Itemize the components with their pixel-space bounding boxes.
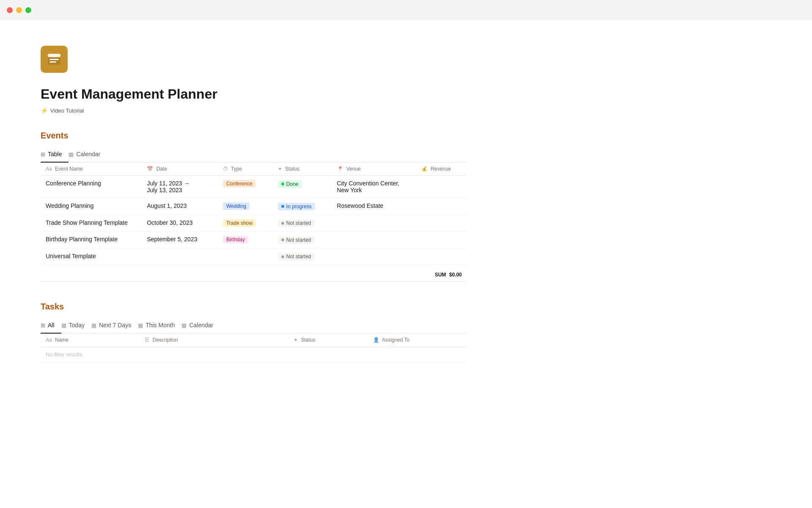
events-section-title: Events xyxy=(41,131,467,141)
minimize-button[interactable] xyxy=(16,7,22,13)
tab-events-calendar[interactable]: ▦ Calendar xyxy=(69,147,107,163)
event-status-cell: Done xyxy=(273,176,332,198)
event-status-cell: Not started xyxy=(273,232,332,248)
event-date-cell xyxy=(142,248,218,265)
tab-tasks-calendar-label: Calendar xyxy=(189,322,213,329)
close-button[interactable] xyxy=(7,7,13,13)
date-icon: 📅 xyxy=(147,166,153,172)
sum-label: SUM xyxy=(435,272,446,278)
event-revenue-cell xyxy=(416,198,467,215)
event-status-cell: Not started xyxy=(273,215,332,232)
calendar-icon: ▦ xyxy=(69,151,74,157)
event-venue-cell: City Convention Center, New York xyxy=(332,176,416,198)
table-row[interactable]: Universal TemplateNot started xyxy=(41,248,467,265)
tasks-table-header: Aa Name ☰ Description ✦ Status 👤 Assigne… xyxy=(41,334,467,347)
tab-events-table[interactable]: ⊞ Table xyxy=(41,147,69,163)
event-venue-cell: Rosewood Estate xyxy=(332,198,416,215)
tab-tasks-all[interactable]: ⊞ All xyxy=(41,318,61,334)
table-row[interactable]: Wedding PlanningAugust 1, 2023WeddingIn … xyxy=(41,198,467,215)
status-dot-icon xyxy=(281,182,284,185)
event-revenue-cell xyxy=(416,215,467,232)
status-dot-icon xyxy=(281,222,284,225)
all-table-icon: ⊞ xyxy=(41,322,45,329)
event-type-cell: Wedding xyxy=(218,198,273,215)
table-row[interactable]: Birthday Planning TemplateSeptember 5, 2… xyxy=(41,232,467,248)
tasks-calendar-icon: ▦ xyxy=(181,322,187,329)
col-header-task-assigned: 👤 Assigned To xyxy=(368,334,467,347)
tab-events-calendar-label: Calendar xyxy=(76,151,100,157)
table-row[interactable]: Trade Show Planning TemplateOctober 30, … xyxy=(41,215,467,232)
event-name-cell: Birthday Planning Template xyxy=(41,232,142,248)
tab-tasks-calendar[interactable]: ▦ Calendar xyxy=(181,318,220,334)
type-badge: Birthday xyxy=(223,236,248,243)
maximize-button[interactable] xyxy=(25,7,31,13)
event-type-cell: Trade show xyxy=(218,215,273,232)
tab-tasks-next7days[interactable]: ▦ Next 7 Days xyxy=(91,318,138,334)
tasks-section: Tasks ⊞ All ▦ Today ▦ Next 7 Days ▦ This… xyxy=(41,302,467,362)
svg-rect-1 xyxy=(48,54,60,57)
event-date-cell: August 1, 2023 xyxy=(142,198,218,215)
status-dot-icon xyxy=(281,205,284,208)
type-badge: Trade show xyxy=(223,219,256,227)
status-badge: Not started xyxy=(278,219,315,227)
thismonth-icon: ▦ xyxy=(138,322,143,329)
event-status-cell: Not started xyxy=(273,248,332,265)
event-name-cell: Universal Template xyxy=(41,248,142,265)
bolt-icon: ⚡ xyxy=(41,107,48,114)
revenue-icon: 💰 xyxy=(421,166,428,172)
event-date-cell: September 5, 2023 xyxy=(142,232,218,248)
tasks-table: Aa Name ☰ Description ✦ Status 👤 Assigne… xyxy=(41,334,467,362)
table-row: No filter results xyxy=(41,347,467,362)
tab-tasks-next7days-label: Next 7 Days xyxy=(99,322,131,329)
event-name-cell: Wedding Planning xyxy=(41,198,142,215)
status-dot-icon xyxy=(281,255,284,258)
sum-value: $0.00 xyxy=(449,272,462,278)
titlebar xyxy=(0,0,812,20)
events-section: Events ⊞ Table ▦ Calendar Aa Event Name xyxy=(41,131,467,282)
status-dot-icon xyxy=(281,238,284,241)
video-tutorial-link[interactable]: ⚡ Video Tutorial xyxy=(41,107,467,114)
col-header-type: ⏱ Type xyxy=(218,163,273,176)
event-venue-cell xyxy=(332,232,416,248)
status-badge: In progress xyxy=(278,203,315,210)
today-icon: ▦ xyxy=(61,322,66,329)
svg-rect-3 xyxy=(49,61,56,63)
type-badge: Conference xyxy=(223,180,256,188)
type-badge: Wedding xyxy=(223,202,250,210)
task-aa-icon: Aa xyxy=(46,337,52,343)
events-table: Aa Event Name 📅 Date ⏱ Type ✦ Status xyxy=(41,163,467,265)
table-row[interactable]: Conference PlanningJuly 11, 2023 →July 1… xyxy=(41,176,467,198)
col-header-task-name: Aa Name xyxy=(41,334,140,347)
events-table-header: Aa Event Name 📅 Date ⏱ Type ✦ Status xyxy=(41,163,467,176)
tab-events-table-label: Table xyxy=(48,151,62,157)
event-name-cell: Conference Planning xyxy=(41,176,142,198)
event-revenue-cell xyxy=(416,248,467,265)
tab-tasks-thismonth-label: This Month xyxy=(145,322,175,329)
event-revenue-cell xyxy=(416,176,467,198)
status-badge: Done xyxy=(278,180,302,188)
revenue-sum-row: SUM $0.00 xyxy=(41,268,467,282)
desc-icon: ☰ xyxy=(145,337,149,343)
event-venue-cell xyxy=(332,248,416,265)
event-date-cell: July 11, 2023 →July 13, 2023 xyxy=(142,176,218,198)
event-type-cell: Birthday xyxy=(218,232,273,248)
tab-tasks-thismonth[interactable]: ▦ This Month xyxy=(138,318,181,334)
status-icon: ✦ xyxy=(278,166,282,172)
tasks-section-title: Tasks xyxy=(41,302,467,312)
col-header-venue: 📍 Venue xyxy=(332,163,416,176)
col-header-date: 📅 Date xyxy=(142,163,218,176)
app-icon xyxy=(41,46,68,73)
event-name-cell: Trade Show Planning Template xyxy=(41,215,142,232)
assigned-icon: 👤 xyxy=(373,337,379,343)
event-venue-cell xyxy=(332,215,416,232)
event-status-cell: In progress xyxy=(273,198,332,215)
main-content: Event Management Planner ⚡ Video Tutoria… xyxy=(0,20,508,391)
next7days-icon: ▦ xyxy=(91,322,96,329)
event-date-cell: October 30, 2023 xyxy=(142,215,218,232)
svg-rect-2 xyxy=(49,59,59,60)
tab-tasks-today[interactable]: ▦ Today xyxy=(61,318,91,334)
type-icon: ⏱ xyxy=(223,166,228,172)
events-tabs: ⊞ Table ▦ Calendar xyxy=(41,147,467,163)
event-type-cell xyxy=(218,248,273,265)
tab-tasks-all-label: All xyxy=(48,322,55,329)
